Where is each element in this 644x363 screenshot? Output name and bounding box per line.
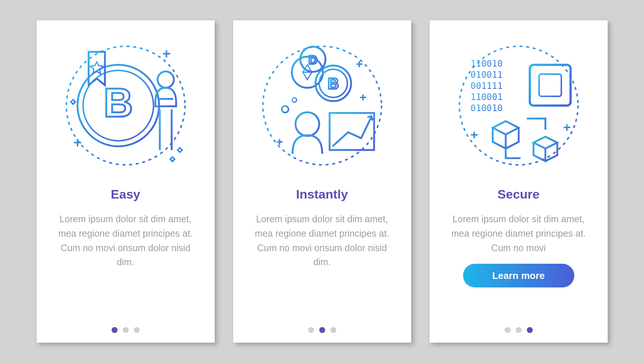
dot-3[interactable] [330, 327, 336, 333]
dot-2[interactable] [319, 327, 325, 333]
page-indicator [308, 327, 336, 333]
svg-point-22 [292, 98, 297, 102]
svg-text:010010: 010010 [470, 103, 503, 113]
coins-chart-icon: B D [252, 35, 393, 176]
svg-text:001111: 001111 [470, 81, 503, 91]
svg-point-8 [158, 71, 174, 88]
card-title: Easy [111, 187, 140, 202]
card-description: Lorem ipsum dolor sit dim amet, mea regi… [448, 212, 589, 255]
chip-binary-icon: 110010 010011 001111 110001 010010 [448, 35, 589, 176]
card-title: Secure [498, 187, 539, 202]
onboarding-card-3: 110010 010011 001111 110001 010010 [430, 20, 608, 343]
onboarding-card-1: B Easy Lorem ipsum dolor sit dim amet, m… [37, 20, 215, 343]
card-description: Lorem ipsum dolor sit dim amet, mea regi… [252, 212, 393, 269]
svg-text:B: B [103, 80, 133, 125]
svg-text:110010: 110010 [470, 59, 503, 69]
onboarding-card-2: B D Instantly Lorem ipsum dolor sit dim … [233, 20, 411, 343]
svg-text:110001: 110001 [470, 92, 503, 102]
card-description: Lorem ipsum dolor sit dim amet, mea regi… [55, 212, 196, 269]
dot-2[interactable] [123, 327, 129, 333]
card-title: Instantly [296, 187, 348, 202]
dot-2[interactable] [516, 327, 522, 333]
page-indicator [505, 327, 533, 333]
dot-3[interactable] [134, 327, 140, 333]
dot-3[interactable] [527, 327, 533, 333]
dot-1[interactable] [505, 327, 511, 333]
svg-text:010011: 010011 [470, 70, 503, 80]
dot-1[interactable] [308, 327, 314, 333]
svg-rect-29 [530, 65, 571, 106]
learn-more-button[interactable]: Learn more [463, 264, 574, 287]
svg-rect-30 [539, 74, 561, 96]
svg-point-16 [295, 112, 319, 136]
svg-text:D: D [308, 53, 317, 67]
page-indicator [112, 327, 140, 333]
bitcoin-user-icon: B [55, 35, 196, 176]
svg-text:B: B [327, 75, 338, 92]
dot-1[interactable] [112, 327, 118, 333]
svg-point-21 [282, 106, 288, 113]
